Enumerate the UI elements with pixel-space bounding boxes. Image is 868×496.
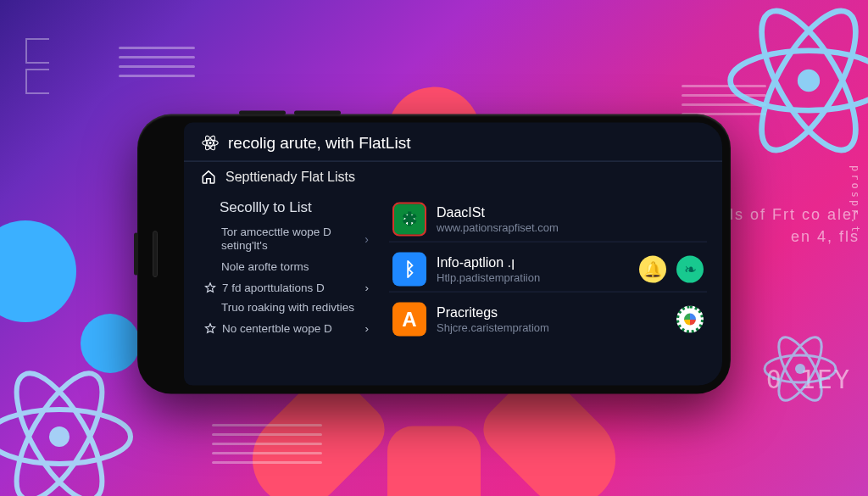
lines-decor xyxy=(212,424,322,471)
chevron-right-icon: › xyxy=(365,281,370,294)
bell-icon: 🔔 xyxy=(639,255,666,282)
star-icon xyxy=(204,322,216,334)
list-panel: ✱ DaacISt www.pationsrapfiset.com ᛒ Info… xyxy=(379,192,722,385)
blob-decor xyxy=(0,220,76,322)
app-subtitle: Shjcre.caristempratiom xyxy=(437,320,666,333)
sidebar-item[interactable]: 7 fd aporttulations D › xyxy=(220,278,370,298)
list-item[interactable]: ᛒ Info-aptlion .ן Htlp.padistempratiion … xyxy=(389,247,707,292)
frame-decor xyxy=(25,38,49,99)
react-icon xyxy=(0,352,144,496)
sidebar-item[interactable]: Truo roaking with redivties xyxy=(220,298,370,319)
leaf-icon: ❧ xyxy=(676,255,704,282)
google-icon xyxy=(676,305,704,332)
sidebar-item-label: 7 fd aporttulations D xyxy=(222,281,359,294)
phone-button xyxy=(294,110,341,114)
sub-header-title: Septtienady Flat Lists xyxy=(225,169,355,184)
list-item[interactable]: ✱ DaacISt www.pationsrapfiset.com xyxy=(389,197,707,242)
chevron-right-icon: › xyxy=(364,231,369,247)
home-icon xyxy=(201,169,216,184)
bg-code-text: ls of Frt co aleren 4, fls xyxy=(730,203,860,248)
react-icon xyxy=(715,0,868,174)
app-header: recolig arute, with FlatList xyxy=(184,122,722,161)
app-icon: A xyxy=(392,302,426,336)
react-icon xyxy=(758,326,843,411)
sub-header[interactable]: Septtienady Flat Lists xyxy=(184,161,722,192)
content-area: Secollly to List Tor amcecttle wope D se… xyxy=(184,192,722,385)
lines-decor xyxy=(119,47,195,84)
list-item[interactable]: A Pracritegs Shjcre.caristempratiom xyxy=(389,297,707,341)
section-title: Secollly to List xyxy=(220,198,370,215)
badges xyxy=(676,305,704,332)
app-name: Info-aptlion .ן xyxy=(437,254,629,270)
app-subtitle: Htlp.padistempratiion xyxy=(437,271,629,284)
sidebar-item-label: Nole arofte torms xyxy=(221,260,369,275)
phone-notch xyxy=(147,231,163,277)
phone-screen: recolig arute, with FlatList Septtienady… xyxy=(184,122,722,385)
bg-code-text: prospr.t xyxy=(849,165,861,235)
svg-point-11 xyxy=(795,364,805,374)
chevron-right-icon: › xyxy=(365,322,370,335)
svg-point-3 xyxy=(798,70,820,92)
svg-point-7 xyxy=(49,426,70,447)
sidebar: Secollly to List Tor amcecttle wope D se… xyxy=(184,192,379,385)
app-icon: ✱ xyxy=(392,202,426,236)
star-icon xyxy=(204,281,216,293)
svg-point-15 xyxy=(209,142,211,144)
sidebar-item-label: Truo roaking with redivties xyxy=(221,301,369,315)
sidebar-item[interactable]: Tor amcecttle wope D seting'lt's › xyxy=(220,221,370,257)
app-subtitle: www.pationsrapfiset.com xyxy=(437,220,704,233)
sidebar-item[interactable]: Nole arofte torms xyxy=(220,257,370,278)
phone-button xyxy=(134,232,138,275)
app-icon: ᛒ xyxy=(392,252,426,286)
app-title: recolig arute, with FlatList xyxy=(228,133,410,152)
phone-button xyxy=(239,110,286,114)
react-icon xyxy=(201,133,220,152)
sidebar-item-label: Tor amcecttle wope D seting'lt's xyxy=(221,225,364,254)
blob-decor xyxy=(81,314,140,373)
sidebar-item[interactable]: No centertble wope D › xyxy=(220,319,370,338)
phone-frame: recolig arute, with FlatList Septtienady… xyxy=(137,114,731,393)
app-name: Pracritegs xyxy=(437,304,666,320)
badges: 🔔 ❧ xyxy=(639,255,704,282)
sidebar-item-label: No centertble wope D xyxy=(222,322,359,335)
app-name: DaacISt xyxy=(437,204,704,220)
